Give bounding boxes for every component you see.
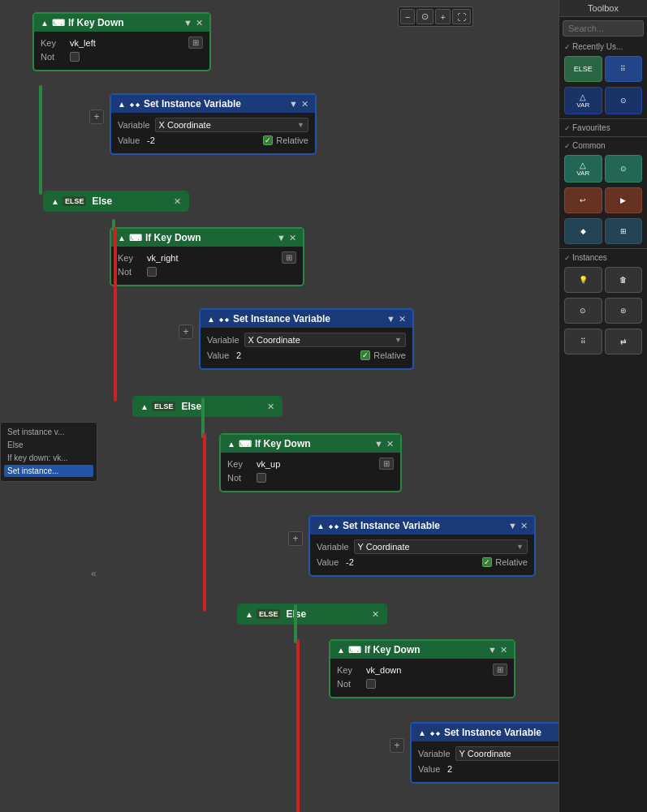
else-arrow-1[interactable]: ▲ [51,197,59,206]
set-var-arrow-3[interactable]: ▲ [317,522,325,531]
tool-btn-var1[interactable]: △ VAR [564,87,602,114]
zoom-fit-button[interactable]: ⛶ [452,9,471,24]
else-header-2: ▲ ELSE Else ✕ [134,397,281,415]
tool-btn-else[interactable]: ELSE [564,56,602,82]
value-row-3: Value -2 ✓ Relative [317,557,528,567]
variable-select-1[interactable]: X Coordinate ▼ [155,118,308,132]
relative-checkbox-1[interactable]: ✓ [263,135,273,145]
key-edit-btn-1[interactable]: ⊞ [188,37,203,49]
else-arrow-3[interactable]: ▲ [245,610,253,619]
not-checkbox-1[interactable] [70,52,80,62]
tool-btn-timer3[interactable]: ⊜ [605,298,643,324]
if-key-down-header-3: ▲ ⌨ If Key Down ▼ ✕ [221,435,400,453]
tool-btn-dots[interactable]: ⠿ [605,56,643,82]
set-var-arrow-4[interactable]: ▲ [418,728,426,737]
mini-panel-item-1[interactable]: Set instance v... [4,426,93,438]
common-grid-2: ↩ ▶ [559,185,647,216]
collapse-arrow-3[interactable]: ▲ [227,440,235,449]
relative-checkbox-3[interactable]: ✓ [482,557,492,567]
tool-btn-bulb[interactable]: 💡 [564,267,602,293]
set-var-title-1: Set Instance Variable [144,98,241,110]
not-row-1: Not [41,52,203,62]
header-buttons-1: ▼ ✕ [183,18,203,28]
else-close-btn-2[interactable]: ✕ [267,402,274,412]
add-btn-2[interactable]: + [179,324,193,339]
variable-select-2[interactable]: X Coordinate ▼ [244,333,406,347]
zoom-plus-button[interactable]: + [435,9,450,24]
tool-btn-diamond[interactable]: ◆ [564,218,602,244]
set-var-close-btn-2[interactable]: ✕ [399,314,406,324]
set-var-menu-btn-3[interactable]: ▼ [508,521,517,531]
instances-grid-2: ⊙ ⊜ [559,295,647,326]
set-var-header-left-3: ▲ ⬥⬥ Set Instance Variable [317,520,440,531]
block-menu-btn-4[interactable]: ▼ [488,645,497,655]
set-var-close-btn-1[interactable]: ✕ [301,99,308,110]
collapse-arrow-2[interactable]: ▲ [118,234,126,243]
collapse-arrow-4[interactable]: ▲ [337,646,345,655]
tool-btn-timer[interactable]: ⊙ [605,87,643,114]
key-row-1: Key vk_left ⊞ [41,37,203,49]
set-var-menu-btn-1[interactable]: ▼ [289,99,298,110]
variable-label-1: Variable [118,120,150,130]
block-close-btn-4[interactable]: ✕ [500,645,507,655]
not-checkbox-4[interactable] [366,679,376,689]
zoom-reset-button[interactable]: ⊙ [416,9,433,24]
tool-btn-play[interactable]: ▶ [605,187,643,213]
block-menu-btn-1[interactable]: ▼ [183,18,192,28]
mini-panel-item-3[interactable]: If key down: vk... [4,452,93,464]
tool-btn-arrow-left[interactable]: ↩ [564,187,602,213]
tool-btn-timer2[interactable]: ⊙ [605,155,643,183]
not-checkbox-3[interactable] [257,473,266,483]
block-menu-btn-2[interactable]: ▼ [277,233,286,243]
if-key-down-block-1: ▲ ⌨ If Key Down ▼ ✕ Key vk_left ⊞ Not [32,12,211,71]
block-close-btn-2[interactable]: ✕ [289,233,296,243]
block-close-btn-1[interactable]: ✕ [196,18,203,28]
not-label-3: Not [227,473,252,483]
key-label-4: Key [337,665,361,675]
key-edit-btn-4[interactable]: ⊞ [493,664,507,676]
variable-select-3[interactable]: Y Coordinate ▼ [354,539,528,554]
zoom-minus-button[interactable]: − [400,9,415,24]
tool-btn-var-set[interactable]: △ VAR [564,155,602,183]
tool-btn-grid[interactable]: ⊞ [605,218,643,244]
variable-select-4[interactable]: Y Coordinate ▼ [455,746,559,761]
else-header-left-1: ▲ ELSE Else [51,195,112,207]
variable-label-2: Variable [207,335,239,345]
set-var-arrow-1[interactable]: ▲ [118,100,126,109]
key-edit-btn-3[interactable]: ⊞ [379,458,394,470]
tool-btn-arrows[interactable]: ⇄ [605,329,643,354]
toolbox-search-input[interactable] [563,20,644,37]
canvas-area[interactable]: − ⊙ + ⛶ ▲ ⌨ If Key Down ▼ ✕ Key vk_le [0,0,559,812]
key-edit-btn-2[interactable]: ⊞ [282,251,296,264]
mini-panel-item-2[interactable]: Else [4,439,93,451]
set-var-close-btn-3[interactable]: ✕ [520,521,528,531]
not-row-4: Not [337,679,507,689]
else-arrow-2[interactable]: ▲ [140,402,149,411]
add-btn-3[interactable]: + [288,531,303,546]
key-value-3: vk_up [257,459,374,469]
if-key-down-title-1: If Key Down [68,17,124,28]
add-btn-4[interactable]: + [390,738,404,753]
set-var-arrow-2[interactable]: ▲ [207,315,215,324]
set-var-menu-btn-2[interactable]: ▼ [386,314,395,324]
mini-panel-item-4[interactable]: Set instance... [4,465,93,477]
divider-1 [559,118,647,119]
else-close-btn-1[interactable]: ✕ [174,196,181,207]
else-close-btn-3[interactable]: ✕ [372,609,379,620]
set-var-buttons-1: ▼ ✕ [289,99,308,110]
common-label: Common [559,139,647,153]
tool-btn-dots2[interactable]: ⠿ [564,329,602,354]
collapse-arrow-1[interactable]: ▲ [41,19,49,28]
block-menu-btn-3[interactable]: ▼ [374,439,383,449]
relative-checkbox-2[interactable]: ✓ [360,350,370,360]
tool-btn-trash[interactable]: 🗑 [605,267,643,293]
block-close-btn-3[interactable]: ✕ [386,439,394,449]
value-value-1: -2 [147,135,258,145]
else-badge-1: ELSE [63,196,87,206]
tool-btn-clock[interactable]: ⊙ [564,298,602,324]
double-arrow-indicator[interactable]: « [91,568,97,579]
add-btn-1[interactable]: + [89,110,104,124]
relative-row-1: ✓ Relative [263,135,308,145]
instances-grid-3: ⠿ ⇄ [559,326,647,357]
not-checkbox-2[interactable] [147,267,157,277]
